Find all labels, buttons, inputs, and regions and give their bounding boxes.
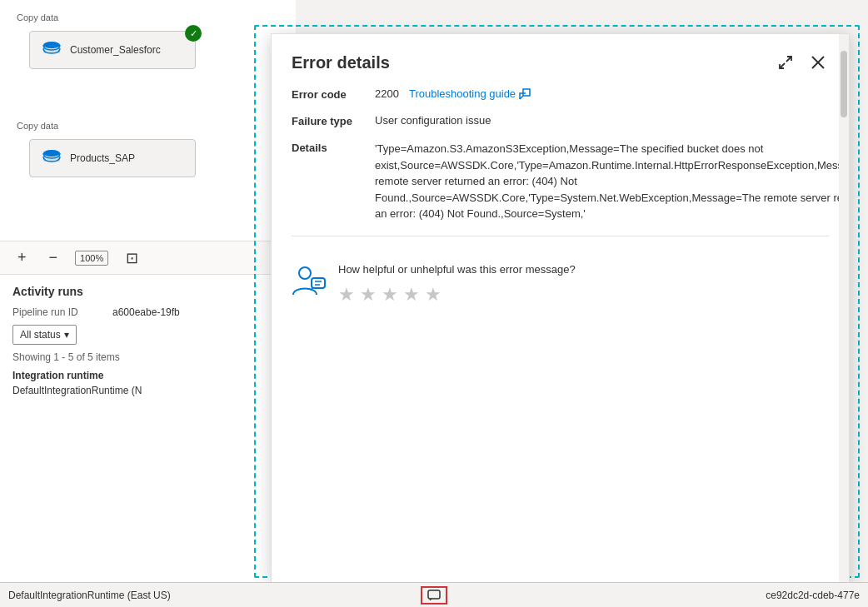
- zoom-level-button[interactable]: 100%: [75, 251, 108, 266]
- details-value: 'Type=Amazon.S3.AmazonS3Exception,Messag…: [375, 141, 849, 222]
- activity-runs-panel: Activity runs Pipeline run ID a600eabe-1…: [0, 275, 296, 607]
- close-icon: [811, 55, 826, 70]
- troubleshoot-label: Troubleshooting guide: [409, 87, 516, 100]
- feedback-content: How helpful or unhelpful was this error …: [338, 263, 829, 306]
- external-link-icon: [519, 88, 531, 100]
- modal-actions: [774, 51, 829, 74]
- copy-block-2-label: Copy data: [17, 121, 208, 131]
- pipeline-run-id-value: a600eabe-19fb: [112, 306, 180, 318]
- section-divider: [292, 236, 829, 236]
- details-label: Details: [292, 141, 375, 154]
- copy-block-1-label: Copy data: [17, 12, 208, 22]
- details-row: Details 'Type=Amazon.S3.AmazonS3Exceptio…: [292, 141, 829, 222]
- success-badge: ✓: [185, 25, 202, 42]
- canvas-toolbar: + − 100% ⊡: [0, 241, 296, 274]
- star-2[interactable]: ★: [360, 284, 377, 306]
- zoom-out-button[interactable]: −: [44, 247, 63, 268]
- runtime-value-1: DefaultIntegrationRuntime (N: [12, 385, 283, 396]
- svg-rect-2: [43, 45, 60, 53]
- scrollbar-thumb: [841, 51, 847, 117]
- svg-point-12: [299, 267, 311, 279]
- showing-items-text: Showing 1 - 5 of 5 items: [12, 351, 283, 363]
- error-code-number: 2200: [375, 87, 399, 100]
- svg-rect-5: [43, 153, 60, 162]
- troubleshoot-link[interactable]: Troubleshooting guide: [409, 87, 531, 100]
- copy-block-2-name: Products_SAP: [70, 152, 135, 164]
- feedback-question: How helpful or unhelpful was this error …: [338, 263, 829, 276]
- copy-block-1-name: Customer_Salesforc: [70, 44, 161, 56]
- failure-type-row: Failure type User configuration issue: [292, 114, 829, 127]
- status-bar: DefaultIntegrationRuntime (East US) ce92…: [0, 582, 868, 607]
- failure-type-value: User configuration issue: [375, 114, 829, 127]
- close-button[interactable]: [807, 52, 829, 73]
- chat-icon-button[interactable]: [421, 586, 447, 605]
- expand-button[interactable]: [774, 51, 797, 74]
- chevron-down-icon: ▾: [64, 329, 69, 341]
- integration-runtime-label: Integration runtime: [12, 370, 283, 381]
- star-4[interactable]: ★: [403, 284, 420, 306]
- status-right-text: ce92dc2d-cdeb-477e: [766, 590, 860, 601]
- status-left-text: DefaultIntegrationRuntime (East US): [8, 590, 766, 601]
- svg-rect-10: [523, 89, 530, 96]
- chat-icon: [427, 590, 441, 601]
- modal-body: Error code 2200 Troubleshooting guide: [272, 87, 849, 582]
- expand-icon: [777, 54, 794, 71]
- star-5[interactable]: ★: [425, 284, 441, 306]
- error-code-content: 2200 Troubleshooting guide: [375, 87, 531, 100]
- activity-runs-title: Activity runs: [12, 285, 283, 298]
- svg-line-7: [780, 63, 785, 68]
- copy-block-1[interactable]: Customer_Salesforc ✓: [29, 31, 196, 69]
- modal-header: Error details: [272, 34, 849, 87]
- all-status-dropdown[interactable]: All status ▾: [12, 325, 77, 345]
- modal-title: Error details: [292, 53, 390, 72]
- modal-scrollbar[interactable]: [839, 34, 849, 584]
- pipeline-run-id-label: Pipeline run ID: [12, 306, 112, 318]
- star-1[interactable]: ★: [338, 284, 355, 306]
- stars-container: ★ ★ ★ ★ ★: [338, 284, 829, 306]
- database-icon-2: [40, 147, 63, 170]
- svg-line-6: [786, 57, 791, 62]
- copy-block-2[interactable]: Products_SAP: [29, 139, 196, 177]
- error-details-modal: Error details: [271, 33, 850, 583]
- database-icon-1: [40, 38, 63, 62]
- status-center: [421, 586, 447, 605]
- error-code-label: Error code: [292, 87, 375, 101]
- feedback-section: How helpful or unhelpful was this error …: [292, 250, 829, 319]
- svg-rect-13: [312, 278, 325, 288]
- feedback-avatar-icon: [292, 263, 327, 298]
- fit-button[interactable]: ⊡: [121, 247, 143, 269]
- failure-type-label: Failure type: [292, 114, 375, 127]
- star-3[interactable]: ★: [382, 284, 398, 306]
- error-code-row: Error code 2200 Troubleshooting guide: [292, 87, 829, 101]
- svg-rect-16: [428, 590, 440, 599]
- zoom-in-button[interactable]: +: [12, 247, 32, 268]
